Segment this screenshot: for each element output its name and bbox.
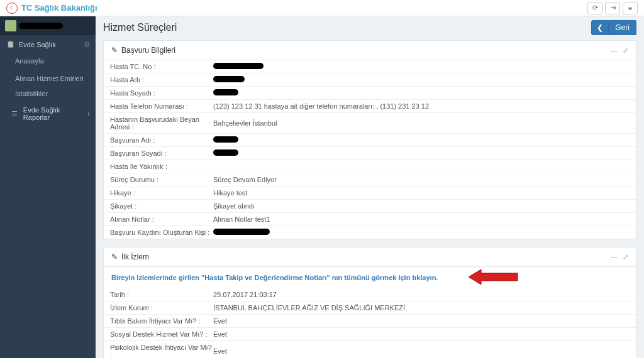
sidebar-item-label: Evde Sağlık Raporlar	[23, 106, 82, 121]
value-redacted	[213, 89, 238, 95]
sidebar-sub-istatistik[interactable]: İstatistikler	[0, 86, 96, 101]
app-title: TC Sağlık Bakanlığı	[21, 3, 97, 13]
value-redacted	[213, 136, 238, 143]
view-notes-link[interactable]: Bireyin izlemlerinde girilen "Hasta Taki…	[111, 274, 438, 281]
label-tibbi: Tıbbi Bakım İhtiyacı Var Mı? :	[110, 317, 213, 325]
label-sikayet: Şikayet :	[110, 202, 213, 210]
edit-icon: ✎	[111, 46, 118, 55]
sidebar-user[interactable]	[0, 16, 96, 35]
label-basvuran-adi: Başvuran Adı :	[110, 136, 213, 144]
panel-ilk-izlem: ✎ İlk İzlem — ⤢ Bireyin izlemlerinde gir…	[103, 247, 636, 358]
user-avatar-icon	[5, 20, 16, 31]
value-tarih: 29.07.2017 21:03:17	[213, 291, 630, 298]
top-header: ☾ TC Sağlık Bakanlığı ⟳ ⇥ ≡	[0, 0, 644, 16]
label-surec-durum: Süreç Durumu :	[110, 176, 213, 183]
value-kurum: İSTANBUL BAHÇELİEVLER AĞIZ VE DİŞ SAĞLIĞ…	[213, 304, 630, 312]
value-hasta-tel: (123) 123 12 31 hastaya ait diğer telefo…	[213, 102, 630, 110]
panel-header: ✎ Başvuru Bilgileri — ⤢	[104, 41, 636, 60]
header-buttons: ⟳ ⇥ ≡	[587, 2, 638, 14]
sidebar-item-raporlar[interactable]: ☰ Evde Sağlık Raporlar ⁞	[0, 101, 96, 126]
minus-icon: ⊟	[84, 41, 89, 48]
value-hikaye: Hikaye test	[213, 189, 630, 197]
label-hasta-tc: Hasta TC. No :	[110, 63, 213, 70]
chevron-left-icon: ❮	[591, 20, 609, 35]
panel-title: İlk İzlem	[121, 252, 149, 261]
list-icon: ☰	[11, 110, 18, 118]
red-arrow-annotation	[469, 268, 519, 286]
label-kurum: İzlem Kurum :	[110, 304, 213, 312]
value-redacted	[213, 229, 270, 235]
label-beyan-adres: Hastanın Başvurudaki Beyan Adresi :	[110, 116, 213, 131]
value-alinan-notlar: Alınan Notlar test1	[213, 215, 630, 223]
panel-header: ✎ İlk İzlem — ⤢	[104, 247, 636, 267]
grip-icon: ⁞	[87, 111, 89, 117]
sidebar: 📋 Evde Sağlık ⊟ Anasayfa Alınan Hizmet E…	[0, 16, 96, 358]
sidebar-sub-anasayfa[interactable]: Anasayfa	[0, 53, 96, 68]
value-redacted	[213, 63, 264, 69]
sidebar-sub-label: Anasayfa	[15, 57, 44, 65]
menu-button[interactable]: ≡	[623, 2, 638, 14]
back-button[interactable]: ❮ Geri	[591, 20, 636, 35]
expand-icon[interactable]: ⤢	[623, 46, 628, 55]
sidebar-item-label: Evde Sağlık	[19, 41, 56, 48]
refresh-button[interactable]: ⟳	[587, 2, 602, 14]
label-basvuran-soyadi: Başvuran Soyadı :	[110, 149, 213, 157]
svg-marker-0	[469, 269, 518, 285]
label-hasta-adi: Hasta Adı :	[110, 76, 213, 84]
clipboard-icon: 📋	[6, 40, 14, 48]
user-name-redacted	[19, 23, 63, 29]
value-sikayet: Şikayet alındı	[213, 202, 630, 210]
logo-area: ☾ TC Sağlık Bakanlığı	[6, 3, 97, 14]
collapse-icon[interactable]: —	[611, 46, 618, 55]
back-button-label: Geri	[609, 20, 636, 35]
value-tibbi: Evet	[213, 317, 630, 325]
label-alinan-notlar: Alınan Notlar :	[110, 215, 213, 223]
collapse-icon[interactable]: —	[611, 253, 618, 261]
value-psiko: Evet	[213, 347, 630, 355]
label-hasta-soyadi: Hasta Soyadı :	[110, 89, 213, 97]
expand-icon[interactable]: ⤢	[623, 253, 628, 261]
page-header: Hizmet Süreçleri ❮ Geri	[103, 20, 636, 35]
panel-title: Başvuru Bilgileri	[121, 46, 175, 55]
label-yakinlik: Hasta İle Yakınlık :	[110, 163, 213, 170]
value-beyan-adres: Bahçelievler İstanbul	[213, 119, 630, 127]
logo-icon: ☾	[6, 3, 18, 14]
sidebar-item-evde-saglik[interactable]: 📋 Evde Sağlık ⊟	[0, 35, 96, 53]
sidebar-sub-label: İstatistikler	[15, 90, 48, 97]
label-olusturan: Başvuru Kaydını Oluşturan Kişi :	[110, 229, 213, 236]
logout-button[interactable]: ⇥	[605, 2, 620, 14]
value-redacted	[213, 76, 245, 82]
panel-basvuru-bilgileri: ✎ Başvuru Bilgileri — ⤢ Hasta TC. No : H…	[103, 40, 636, 239]
content-area: Hizmet Süreçleri ❮ Geri ✎ Başvuru Bilgil…	[96, 16, 644, 358]
value-surec-durum: Süreç Devam Ediyor	[213, 176, 630, 183]
label-hasta-tel: Hasta Telefon Numarası :	[110, 102, 213, 110]
label-tarih: Tarih :	[110, 291, 213, 298]
label-sosyal: Sosyal Destek Hizmet Var Mı? :	[110, 330, 213, 338]
label-psiko: Psikolojik Destek İhtiyacı Var Mı? :	[110, 344, 213, 358]
sidebar-sub-alinan[interactable]: Alınan Hizmet Emirleri	[0, 71, 96, 86]
page-title: Hizmet Süreçleri	[103, 22, 177, 33]
value-redacted	[213, 149, 238, 156]
label-hikaye: Hikaye :	[110, 189, 213, 197]
sidebar-sub-label: Alınan Hizmet Emirleri	[15, 75, 84, 82]
edit-icon: ✎	[111, 252, 118, 261]
value-sosyal: Evet	[213, 330, 630, 338]
